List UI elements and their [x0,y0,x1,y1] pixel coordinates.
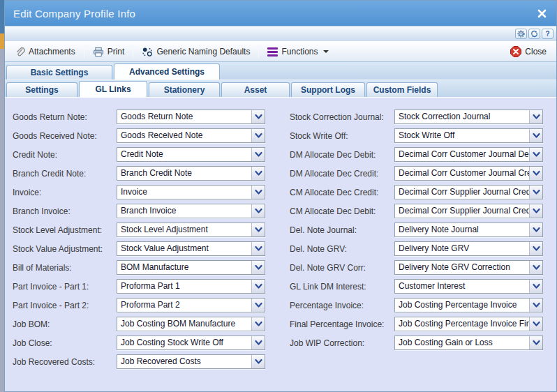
dropdown-select[interactable]: Goods Received Note [117,128,265,143]
paperclip-icon [15,47,25,57]
dropdown-value: Job Costing Percentage Invoice [395,299,529,312]
chevron-down-icon[interactable] [529,204,542,218]
chevron-down-icon[interactable] [529,261,542,274]
chevron-down-icon[interactable] [251,336,265,349]
help-button[interactable]: ? [542,29,554,39]
form-row: Job BOM: Job Costing BOM Manufacture [13,315,265,333]
tab-stationery[interactable]: Stationery [149,82,220,97]
chevron-down-icon[interactable] [251,261,265,274]
chevron-down-icon[interactable] [251,280,265,293]
gl-links-panel: Goods Return Note: Goods Return Note Goo… [5,98,556,391]
field-label: Job Close: [13,338,117,348]
dropdown-select[interactable]: Job Recovered Costs [117,354,265,369]
chevron-down-icon[interactable] [251,223,265,236]
dropdown-select[interactable]: Proforma Part 2 [117,298,265,312]
dropdown-select[interactable]: Customer Interest [394,279,543,294]
dropdown-select[interactable]: Invoice [117,185,265,199]
chevron-down-icon[interactable] [251,299,265,312]
dropdown-select[interactable]: Decimal Corr Supplier Journal Credit [394,185,543,199]
chevron-down-icon[interactable] [251,129,265,142]
field-label: Del. Note GRV: [290,244,394,254]
close-button[interactable]: Close [506,44,551,59]
chevron-down-icon[interactable] [251,204,265,218]
dropdown-select[interactable]: BOM Manufacture [117,260,265,275]
field-label: DM Allocate Dec Debit: [290,150,394,160]
chevron-down-icon[interactable] [529,148,542,161]
dropdown-select[interactable]: Stock Level Adjustment [117,223,265,237]
dropdown-select[interactable]: Job Costing Percentage Invoice [394,298,543,312]
title-bar: Edit Company Profile Info [5,1,556,26]
chevron-down-icon[interactable] [251,242,265,255]
dropdown-select[interactable]: Delivery Note GRV Correction [394,260,543,275]
dropdown-select[interactable]: Decimal Corr Customer Journal Credit [394,166,543,181]
dropdown-select[interactable]: Job Costing Gain or Loss [394,336,543,350]
chevron-down-icon[interactable] [251,167,265,180]
chevron-down-icon[interactable] [529,317,542,331]
generic-naming-defaults-button[interactable]: Generic Naming Defaults [138,45,254,59]
chevron-down-icon[interactable] [251,110,265,123]
tab-gl-links[interactable]: GL Links [79,81,147,97]
attachments-button[interactable]: Attachments [10,45,80,59]
functions-menu-button[interactable]: Functions [263,45,333,59]
field-label: Job WIP Correction: [290,338,394,348]
chevron-down-icon[interactable] [529,223,542,236]
tab-settings[interactable]: Settings [6,82,77,97]
dropdown-select[interactable]: Branch Credit Note [117,166,265,181]
dropdown-select[interactable]: Branch Invoice [117,204,265,218]
tab-custom-fields[interactable]: Custom Fields [366,82,438,97]
dropdown-select[interactable]: Credit Note [117,147,265,162]
chevron-down-icon[interactable] [251,317,265,331]
dropdown-select[interactable]: Decimal Corr Supplier Journal Credit [394,204,543,218]
chevron-down-icon[interactable] [529,110,542,123]
chevron-down-icon[interactable] [251,355,265,368]
form-row: Bill of Materials: BOM Manufacture [13,258,265,277]
refresh-button[interactable] [528,29,540,39]
dropdown-select[interactable]: Proforma Part 1 [117,279,265,294]
settings-gear-button[interactable] [515,29,527,39]
dropdown-select[interactable]: Decimal Corr Customer Journal Debit [394,147,543,162]
dropdown-value: Branch Invoice [117,204,251,218]
chevron-down-icon[interactable] [251,148,265,161]
generic-naming-label: Generic Naming Defaults [156,47,250,56]
chevron-down-icon[interactable] [251,186,265,199]
close-label: Close [525,47,547,56]
form-row: Del. Note GRV Corr: Delivery Note GRV Co… [290,258,543,277]
chevron-down-icon[interactable] [529,167,542,180]
tab-support-logs[interactable]: Support Logs [291,82,365,97]
form-column-left: Goods Return Note: Goods Return Note Goo… [13,107,265,371]
field-label: Part Invoice - Part 1: [13,282,117,292]
dropdown-select[interactable]: Stock Write Off [394,128,543,143]
toolbar-separator [133,45,133,58]
chevron-down-icon[interactable] [529,299,542,312]
tab-advanced-settings[interactable]: Advanced Settings [114,63,220,80]
gear-icon [517,30,525,38]
field-label: Stock Level Adjustment: [13,225,117,235]
tab-basic-settings[interactable]: Basic Settings [6,65,112,80]
chevron-down-icon[interactable] [529,242,542,255]
field-label: Stock Correction Journal: [290,112,394,122]
tab-asset[interactable]: Asset [221,82,290,97]
field-label: Goods Received Note: [13,131,117,141]
chevron-down-icon[interactable] [529,129,542,142]
dropdown-select[interactable]: Goods Return Note [117,110,265,124]
main-tab-strip: Basic Settings Advanced Settings [5,62,556,80]
dropdown-select[interactable]: Delivery Note Journal [394,223,543,237]
chevron-down-icon[interactable] [529,186,542,199]
chevron-down-icon[interactable] [529,280,542,293]
rename-defaults-icon [142,47,153,57]
field-label: Branch Credit Note: [13,169,117,179]
form-row: Branch Invoice: Branch Invoice [13,202,265,220]
dropdown-select[interactable]: Job Costing Percentage Invoice Final [394,317,543,331]
dropdown-select[interactable]: Delivery Note GRV [394,241,543,256]
dropdown-select[interactable]: Job Costing Stock Write Off [117,336,265,350]
field-label: CM Allocate Dec Debit: [290,206,394,216]
chevron-down-icon[interactable] [529,336,542,349]
dropdown-select[interactable]: Stock Correction Journal [394,110,543,124]
dropdown-select[interactable]: Job Costing BOM Manufacture [117,317,265,331]
close-icon[interactable] [535,7,548,20]
dropdown-select[interactable]: Stock Value Adjustment [117,241,265,256]
print-button[interactable]: Print [89,45,129,59]
dropdown-value: Invoice [117,186,251,199]
field-label: Part Invoice - Part 2: [13,301,117,310]
field-label: Goods Return Note: [13,112,117,122]
